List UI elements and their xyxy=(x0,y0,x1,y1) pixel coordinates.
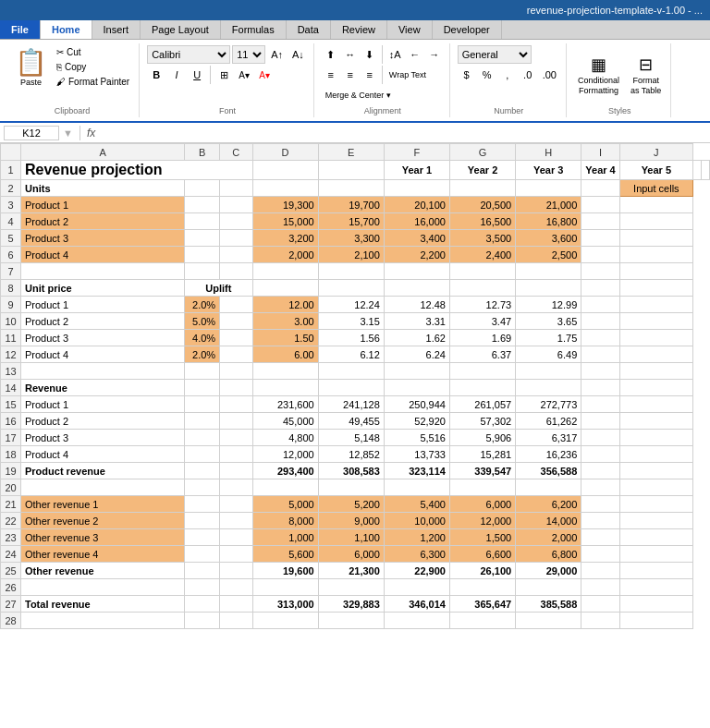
cell-B1[interactable] xyxy=(252,161,318,180)
cell-J26[interactable] xyxy=(619,579,692,596)
cell-G16[interactable]: 57,302 xyxy=(449,413,515,430)
row-header-13[interactable]: 13 xyxy=(1,363,21,380)
cell-H1[interactable]: Year 5 xyxy=(619,161,692,180)
cell-I3[interactable] xyxy=(581,197,619,213)
cell-C20[interactable] xyxy=(220,479,252,496)
cell-E20[interactable] xyxy=(318,479,384,496)
cell-F8[interactable] xyxy=(384,280,449,297)
row-header-18[interactable]: 18 xyxy=(1,446,21,463)
col-header-H[interactable]: H xyxy=(516,144,581,161)
cell-F10[interactable]: 3.31 xyxy=(384,313,449,330)
cell-C27[interactable] xyxy=(220,596,252,613)
cell-A10[interactable]: Product 2 xyxy=(21,313,185,330)
cell-C14[interactable] xyxy=(220,380,252,396)
cell-I5[interactable] xyxy=(581,230,619,247)
cell-D8[interactable] xyxy=(252,280,318,297)
currency-button[interactable]: $ xyxy=(458,66,476,84)
cell-D6[interactable]: 2,000 xyxy=(252,247,318,263)
cell-G6[interactable]: 2,400 xyxy=(449,247,515,263)
cell-G12[interactable]: 6.37 xyxy=(449,346,515,363)
cell-C3[interactable] xyxy=(220,197,252,213)
cell-B19[interactable] xyxy=(185,463,220,479)
cell-A1[interactable]: Revenue projection xyxy=(21,161,253,180)
cell-G7[interactable] xyxy=(449,263,515,280)
cell-G23[interactable]: 1,500 xyxy=(449,529,515,546)
fill-color-button[interactable]: A▾ xyxy=(235,66,253,84)
cell-C18[interactable] xyxy=(220,446,252,463)
row-header-4[interactable]: 4 xyxy=(1,213,21,230)
cell-E10[interactable]: 3.15 xyxy=(318,313,384,330)
cell-C7[interactable] xyxy=(220,263,252,280)
cell-J6[interactable] xyxy=(619,247,692,263)
cell-E7[interactable] xyxy=(318,263,384,280)
cell-H10[interactable]: 3.65 xyxy=(516,313,581,330)
comma-button[interactable]: , xyxy=(498,66,517,84)
cell-A19[interactable]: Product revenue xyxy=(21,463,185,479)
col-header-F[interactable]: F xyxy=(384,144,449,161)
cell-E1[interactable]: Year 2 xyxy=(449,161,515,180)
cell-G11[interactable]: 1.69 xyxy=(449,330,515,346)
cell-I7[interactable] xyxy=(581,263,619,280)
cell-F7[interactable] xyxy=(384,263,449,280)
cell-B15[interactable] xyxy=(185,396,220,413)
align-right-button[interactable]: ≡ xyxy=(361,66,379,84)
cell-D2[interactable] xyxy=(252,180,318,197)
col-header-B[interactable]: B xyxy=(185,144,220,161)
cell-G17[interactable]: 5,906 xyxy=(449,430,515,446)
cell-A9[interactable]: Product 1 xyxy=(21,297,185,313)
cell-B23[interactable] xyxy=(185,529,220,546)
cell-G15[interactable]: 261,057 xyxy=(449,396,515,413)
cell-C10[interactable] xyxy=(220,313,252,330)
cell-A12[interactable]: Product 4 xyxy=(21,346,185,363)
cell-C23[interactable] xyxy=(220,529,252,546)
align-center-button[interactable]: ≡ xyxy=(341,66,360,84)
cell-J28[interactable] xyxy=(619,613,692,629)
cell-H27[interactable]: 385,588 xyxy=(516,596,581,613)
cell-I9[interactable] xyxy=(581,297,619,313)
cell-D15[interactable]: 231,600 xyxy=(252,396,318,413)
cell-E11[interactable]: 1.56 xyxy=(318,330,384,346)
cell-E17[interactable]: 5,148 xyxy=(318,430,384,446)
cell-H16[interactable]: 61,262 xyxy=(516,413,581,430)
cell-E21[interactable]: 5,200 xyxy=(318,496,384,513)
cell-G5[interactable]: 3,500 xyxy=(449,230,515,247)
cell-B2[interactable] xyxy=(185,180,220,197)
row-header-22[interactable]: 22 xyxy=(1,513,21,529)
row-header-14[interactable]: 14 xyxy=(1,380,21,396)
cell-B26[interactable] xyxy=(185,579,220,596)
cell-reference-input[interactable] xyxy=(4,126,59,140)
cell-I2[interactable] xyxy=(581,180,619,197)
row-header-9[interactable]: 9 xyxy=(1,297,21,313)
cell-G21[interactable]: 6,000 xyxy=(449,496,515,513)
cell-I19[interactable] xyxy=(581,463,619,479)
cell-I6[interactable] xyxy=(581,247,619,263)
cell-J18[interactable] xyxy=(619,446,692,463)
row-header-5[interactable]: 5 xyxy=(1,230,21,247)
cell-J27[interactable] xyxy=(619,596,692,613)
row-header-3[interactable]: 3 xyxy=(1,197,21,213)
col-header-C[interactable]: C xyxy=(220,144,252,161)
cell-D10[interactable]: 3.00 xyxy=(252,313,318,330)
cell-J23[interactable] xyxy=(619,529,692,546)
cell-F11[interactable]: 1.62 xyxy=(384,330,449,346)
cell-A16[interactable]: Product 2 xyxy=(21,413,185,430)
font-color-button[interactable]: A▾ xyxy=(255,66,274,84)
cell-F23[interactable]: 1,200 xyxy=(384,529,449,546)
cell-I20[interactable] xyxy=(581,479,619,496)
indent-decrease-button[interactable]: ← xyxy=(406,45,424,64)
cell-D16[interactable]: 45,000 xyxy=(252,413,318,430)
cell-E9[interactable]: 12.24 xyxy=(318,297,384,313)
cell-H23[interactable]: 2,000 xyxy=(516,529,581,546)
cell-F14[interactable] xyxy=(384,380,449,396)
cell-B8[interactable]: Uplift xyxy=(185,280,252,297)
row-header-19[interactable]: 19 xyxy=(1,463,21,479)
cell-F12[interactable]: 6.24 xyxy=(384,346,449,363)
cell-J4[interactable] xyxy=(619,213,692,230)
row-header-28[interactable]: 28 xyxy=(1,613,21,629)
cell-A8[interactable]: Unit price xyxy=(21,280,185,297)
font-size-select[interactable]: 11 xyxy=(232,45,265,64)
cell-B25[interactable] xyxy=(185,563,220,579)
cell-A15[interactable]: Product 1 xyxy=(21,396,185,413)
format-as-table-button[interactable]: ⊟ Format as Table xyxy=(627,53,665,97)
cell-D14[interactable] xyxy=(252,380,318,396)
